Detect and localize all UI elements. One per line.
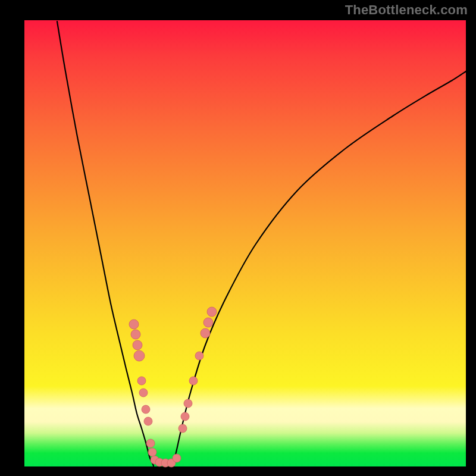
chart-frame: TheBottleneck.com xyxy=(0,0,476,476)
watermark-text: TheBottleneck.com xyxy=(345,2,468,18)
plot-gradient-background xyxy=(24,20,466,466)
